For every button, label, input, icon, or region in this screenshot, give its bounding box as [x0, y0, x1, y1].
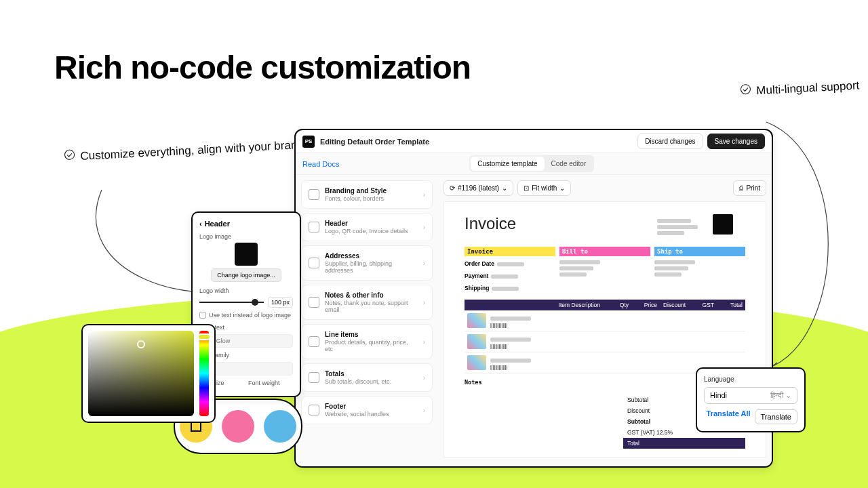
swatch-blue[interactable] [264, 410, 296, 443]
sections-sidebar: Branding and StyleFonts, colour, borders… [296, 175, 438, 466]
meta-payment: Payment [465, 272, 555, 281]
line-items-table: Item DescriptionQtyPriceDiscountGSTTotal… [465, 300, 745, 373]
language-label: Language [704, 375, 797, 383]
doc-title: Invoice [465, 214, 745, 233]
chevron-right-icon: › [423, 191, 425, 199]
section-item[interactable]: Line itemsProduct details, quantity, pri… [301, 324, 433, 359]
chevron-right-icon: › [423, 299, 425, 306]
label-logo-width: Logo width [199, 287, 293, 294]
color-picker[interactable] [81, 324, 216, 423]
col-shipto: Ship to [654, 247, 745, 256]
swatch-pink[interactable] [222, 410, 254, 443]
preview-toolbar: ⟳ #1196 (latest) ⌄ ⊡ Fit width ⌄ ⎙ Print [443, 180, 766, 196]
app-logo-icon: PS [302, 136, 315, 148]
hue-slider[interactable] [199, 331, 209, 416]
save-button[interactable]: Save changes [707, 134, 765, 149]
section-icon [309, 258, 319, 268]
section-icon [309, 189, 319, 200]
col-billto: Bill to [559, 247, 650, 256]
print-button[interactable]: ⎙ Print [733, 180, 766, 196]
fit-select[interactable]: ⊡ Fit width ⌄ [517, 180, 571, 196]
tab-customize[interactable]: Customize template [471, 157, 544, 171]
doc-logo-icon [713, 214, 733, 235]
tab-code[interactable]: Code editor [545, 157, 593, 171]
chevron-right-icon: › [423, 374, 425, 382]
language-select[interactable]: Hindi हिन्दी ⌄ [704, 387, 797, 404]
section-item[interactable]: Branding and StyleFonts, colour, borders… [301, 180, 433, 209]
section-item[interactable]: FooterWebsite, social handles › [301, 396, 433, 424]
view-tabs: Customize template Code editor [469, 155, 594, 172]
discard-button[interactable]: Discard changes [637, 134, 703, 149]
translate-button[interactable]: Translate [755, 409, 797, 424]
version-select[interactable]: ⟳ #1196 (latest) ⌄ [443, 180, 513, 196]
label-logo-image: Logo image [199, 233, 293, 240]
section-icon [309, 222, 319, 232]
label-font-weight: Font weight [248, 380, 293, 386]
window-title: Editing Default Order Template [320, 138, 429, 146]
width-unit: px [283, 299, 290, 306]
sub-bar: Read Docs Customize template Code editor [296, 153, 772, 175]
section-item[interactable]: TotalsSub totals, discount, etc. › [301, 363, 433, 392]
saturation-field[interactable] [88, 331, 194, 416]
section-icon [309, 372, 319, 383]
translate-all-button[interactable]: Translate All [707, 409, 751, 424]
width-value[interactable]: 100 [271, 299, 281, 306]
width-slider[interactable] [199, 302, 264, 303]
chevron-right-icon: › [423, 260, 425, 267]
popup-back[interactable]: ‹ Header [199, 220, 293, 228]
annotation-left: Customize everything, align with your br… [64, 138, 304, 165]
col-invoice: Invoice [465, 247, 555, 256]
annotation-left-text: Customize everything, align with your br… [80, 138, 304, 163]
check-icon [64, 149, 75, 160]
read-docs-link[interactable]: Read Docs [302, 160, 339, 168]
language-popup: Language Hindi हिन्दी ⌄ Translate All Tr… [696, 367, 806, 432]
section-item[interactable]: AddressesSupplier, billing, shipping add… [301, 245, 433, 281]
chevron-right-icon: › [423, 338, 425, 346]
logo-preview-icon [235, 243, 258, 266]
change-logo-button[interactable]: Change logo image... [211, 268, 281, 282]
use-text-checkbox[interactable]: Use text instead of logo image [199, 312, 293, 319]
hero-title: Rich no-code customization [54, 49, 471, 86]
section-icon [309, 405, 319, 415]
meta-order-date: Order Date [465, 260, 555, 268]
chevron-right-icon: › [423, 224, 425, 231]
section-item[interactable]: Notes & other infoNotes, thank you note,… [301, 285, 433, 320]
section-item[interactable]: HeaderLogo, QR code, Invoice details › [301, 213, 433, 241]
annotation-right: Multi-lingual support [741, 78, 860, 99]
meta-shipping: Shipping [465, 285, 555, 293]
annotation-right-text: Multi-lingual support [756, 79, 860, 97]
section-icon [309, 336, 319, 347]
section-icon [309, 297, 319, 308]
chevron-right-icon: › [423, 407, 425, 414]
title-bar: PS Editing Default Order Template Discar… [296, 130, 772, 153]
check-icon [741, 84, 751, 95]
